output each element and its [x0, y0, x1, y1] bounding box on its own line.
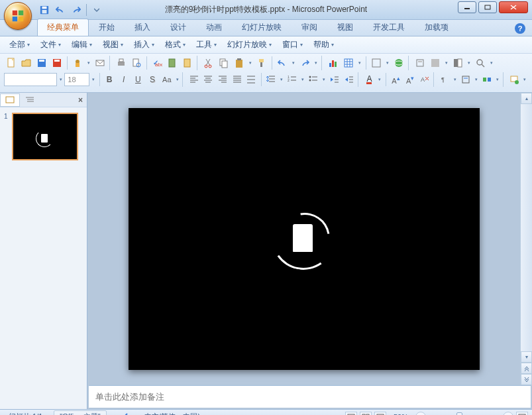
font-name-dropdown[interactable]: ▾	[58, 72, 64, 87]
tab-animation[interactable]: 动画	[196, 19, 232, 36]
redo-icon[interactable]	[69, 3, 83, 17]
grid-dropdown[interactable]: ▾	[443, 56, 450, 70]
align-center-icon[interactable]	[201, 72, 215, 87]
case-dropdown[interactable]: ▾	[174, 72, 180, 87]
borders-dropdown[interactable]: ▾	[384, 56, 391, 70]
change-case-icon[interactable]: Aa	[160, 72, 174, 87]
numbering-icon[interactable]: 12	[286, 72, 299, 87]
undo-icon[interactable]	[53, 3, 68, 17]
font-name-combo[interactable]	[4, 73, 57, 86]
line-spacing-dropdown[interactable]: ▾	[278, 72, 284, 87]
menu-all[interactable]: 全部▾	[5, 37, 34, 52]
menu-slideshow[interactable]: 幻灯片放映▾	[223, 37, 276, 52]
increase-font-icon[interactable]: A▴	[389, 72, 403, 87]
permission-dropdown[interactable]: ▾	[85, 56, 92, 70]
save-icon[interactable]	[37, 3, 52, 17]
shadow-icon[interactable]: S	[146, 72, 160, 87]
smartart-dropdown[interactable]: ▾	[495, 72, 501, 87]
save-icon[interactable]	[34, 56, 49, 70]
print-preview-icon[interactable]	[129, 56, 144, 70]
help-icon[interactable]: ?	[515, 23, 525, 34]
chart-icon[interactable]	[326, 56, 341, 70]
vertical-align-icon[interactable]	[459, 72, 473, 87]
print-icon[interactable]	[114, 56, 129, 70]
bullets-dropdown[interactable]: ▾	[321, 72, 327, 87]
tab-view[interactable]: 视图	[327, 19, 363, 36]
bold-icon[interactable]: B	[103, 72, 117, 87]
zoom-dropdown[interactable]: ▾	[488, 56, 495, 70]
save-as-icon[interactable]	[50, 56, 64, 70]
slide-thumbnail-1[interactable]: 1	[4, 113, 83, 160]
menu-view[interactable]: 视图▾	[99, 37, 127, 52]
notes-pane[interactable]	[89, 385, 531, 408]
panel-close-icon[interactable]: ×	[78, 95, 83, 105]
table-dropdown[interactable]: ▾	[356, 56, 363, 70]
paste-icon[interactable]	[232, 56, 246, 70]
clear-format-icon[interactable]: A	[418, 72, 432, 87]
slide-canvas[interactable]	[129, 108, 480, 370]
zoom-icon[interactable]	[473, 56, 488, 70]
distribute-icon[interactable]	[244, 72, 258, 87]
menu-help[interactable]: 帮助▾	[309, 37, 338, 52]
new-slide-icon[interactable]	[507, 72, 521, 87]
tables-borders-icon[interactable]	[369, 56, 384, 70]
sorter-view-icon[interactable]	[360, 412, 372, 416]
close-button[interactable]	[499, 1, 528, 13]
hyperlink-icon[interactable]	[392, 56, 406, 70]
show-formatting-icon[interactable]	[413, 56, 427, 70]
redo-icon[interactable]	[297, 56, 312, 70]
align-left-icon[interactable]	[187, 72, 201, 87]
fit-window-icon[interactable]	[516, 412, 528, 416]
spelling-icon[interactable]: ✓abc	[150, 56, 164, 70]
zoom-percent[interactable]: 50%	[389, 412, 413, 416]
slide-indicator[interactable]: 幻灯片 1/1	[4, 411, 47, 415]
notes-input[interactable]	[89, 386, 531, 408]
format-painter-icon[interactable]	[254, 56, 269, 70]
menu-window[interactable]: 窗口▾	[278, 37, 307, 52]
menu-insert[interactable]: 插入▾	[130, 37, 158, 52]
font-color-dropdown[interactable]: ▾	[377, 72, 383, 87]
menu-file[interactable]: 文件▾	[36, 37, 65, 52]
slideshow-view-icon[interactable]	[374, 412, 386, 416]
theme-indicator[interactable]: "Office 主题"	[54, 410, 106, 415]
color-grayscale-icon[interactable]	[451, 56, 465, 70]
copy-icon[interactable]	[217, 56, 231, 70]
redo-dropdown[interactable]: ▾	[313, 56, 319, 70]
valign-dropdown[interactable]: ▾	[474, 72, 480, 87]
language-indicator[interactable]: 中文(简体，中国)	[140, 411, 205, 415]
tab-classic-menu[interactable]: 经典菜单	[37, 19, 89, 36]
slide-view[interactable]	[87, 93, 520, 385]
underline-icon[interactable]: U	[131, 72, 145, 87]
menu-format[interactable]: 格式▾	[161, 37, 189, 52]
increase-indent-icon[interactable]	[343, 72, 356, 87]
zoom-out-icon[interactable]: −	[415, 412, 426, 416]
tab-review[interactable]: 审阅	[292, 19, 327, 36]
email-icon[interactable]	[93, 56, 107, 70]
menu-edit[interactable]: 编辑▾	[68, 37, 96, 52]
paste-dropdown[interactable]: ▾	[247, 56, 254, 70]
undo-dropdown[interactable]: ▾	[290, 56, 297, 70]
maximize-button[interactable]	[478, 1, 497, 13]
qat-customize-icon[interactable]	[89, 3, 104, 17]
line-spacing-icon[interactable]	[264, 72, 278, 87]
grid-icon[interactable]	[428, 56, 443, 70]
decrease-indent-icon[interactable]	[328, 72, 342, 87]
text-dir-dropdown[interactable]: ▾	[452, 72, 458, 87]
outline-tab-icon[interactable]	[20, 93, 40, 107]
prev-slide-icon[interactable]	[521, 363, 532, 374]
thesaurus-icon[interactable]	[180, 56, 195, 70]
tab-design[interactable]: 设计	[160, 19, 196, 36]
menu-tools[interactable]: 工具▾	[192, 37, 221, 52]
vertical-scrollbar[interactable]: ▴ ▾	[520, 93, 532, 385]
spellcheck-status-icon[interactable]	[113, 411, 133, 416]
tab-developer[interactable]: 开发工具	[363, 19, 415, 36]
color-dropdown[interactable]: ▾	[466, 56, 472, 70]
tab-insert[interactable]: 插入	[125, 19, 160, 36]
cut-icon[interactable]	[201, 56, 216, 70]
next-slide-icon[interactable]	[521, 374, 532, 385]
numbering-dropdown[interactable]: ▾	[300, 72, 306, 87]
normal-view-icon[interactable]	[345, 412, 357, 416]
text-direction-icon[interactable]: ¶	[438, 72, 452, 87]
undo-icon[interactable]	[275, 56, 290, 70]
permission-icon[interactable]	[70, 56, 85, 70]
